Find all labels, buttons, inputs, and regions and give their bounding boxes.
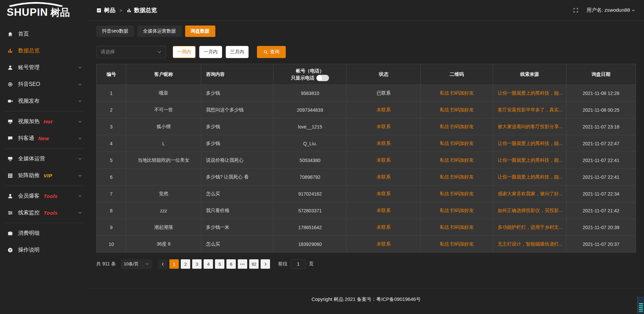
menu-label: 线索监控	[18, 209, 40, 216]
sidebar-item[interactable]: 账号管理	[0, 59, 88, 76]
cell-source-link[interactable]: 让你一眼就爱上的黑科技，能...	[493, 85, 566, 102]
table-header-row: 编号 客户昵称 咨询内容 帐号（电话） 只显示电话 状态 二维码 线索来源	[97, 64, 636, 85]
cell-date: 2021-11-08 12:28	[566, 85, 636, 102]
menu-label: 操作说明	[18, 247, 40, 254]
cell-no: 3	[97, 118, 126, 135]
cell-source-link[interactable]: 让你一眼就爱上的黑科技，能...	[493, 135, 566, 152]
tab[interactable]: 询盘数据	[185, 25, 215, 37]
table-row: 5 当地比较能吃的一位美女 说说价格让我死心 50534380 未联系 私信 扫…	[97, 152, 636, 169]
cell-content: 怎么买	[201, 236, 273, 253]
sidebar-item[interactable]: 操作说明	[0, 242, 88, 258]
chevron-down-icon	[78, 65, 82, 70]
page-button[interactable]: 3	[192, 259, 202, 269]
menu-label: 抖音SEO	[18, 81, 40, 88]
cell-source-link[interactable]: 让你一眼就爱上的黑科技，能...	[493, 169, 566, 186]
sidebar-item[interactable]: 视频发布	[0, 93, 88, 109]
cell-qrcode-link[interactable]: 私信 扫码加好友	[421, 186, 493, 202]
sidebar-item[interactable]: 数据总览	[0, 42, 88, 59]
cell-source-link[interactable]: 多功能护栏灯，适用于乡村文...	[493, 219, 566, 236]
page-size-select[interactable]: 10条/页	[121, 259, 152, 269]
cell-no: 5	[97, 152, 126, 169]
sidebar-item[interactable]: 视频加热 Hot	[0, 113, 88, 130]
page-button[interactable]: 1	[169, 259, 179, 269]
page-button[interactable]: 5	[215, 259, 224, 269]
menu-label: 视频加热	[18, 118, 40, 125]
floating-widget[interactable]	[637, 297, 644, 313]
cell-qrcode-link[interactable]: 私信 扫码加好友	[421, 236, 493, 253]
sidebar-item[interactable]: 抖音SEO	[0, 76, 88, 93]
cell-account: 2097344839	[273, 102, 347, 118]
menu-icon	[7, 136, 13, 141]
app-window: SHUPIN树品 首页 数据总览	[0, 0, 644, 314]
cell-nickname	[126, 169, 201, 186]
period-button[interactable]: 一月内	[199, 46, 222, 58]
chevron-down-icon	[78, 211, 82, 215]
tab[interactable]: 抖音seo数据	[96, 25, 134, 37]
col-header-no: 编号	[97, 64, 126, 85]
chevron-down-icon[interactable]	[631, 8, 635, 12]
logo-text-cn: 树品	[50, 7, 70, 18]
cell-status: 未联系	[347, 219, 421, 236]
cell-no: 2	[97, 102, 126, 118]
phone-only-label: 只显示电话	[291, 74, 314, 82]
cell-qrcode-link[interactable]: 私信 扫码加好友	[421, 152, 493, 169]
phone-only-row: 只显示电话	[273, 74, 346, 82]
search-icon	[263, 50, 268, 54]
period-button[interactable]: 一周内	[173, 46, 196, 58]
chevron-down-icon	[78, 173, 82, 178]
filter-select[interactable]: 请选择	[96, 46, 166, 58]
fullscreen-icon[interactable]	[573, 7, 579, 13]
menu-badge: Hot	[44, 119, 53, 124]
tab[interactable]: 全媒体运营数据	[138, 25, 182, 37]
cell-status: 未联系	[347, 135, 421, 152]
cell-nickname: L	[126, 135, 201, 152]
cell-qrcode-link[interactable]: 私信 扫码加好友	[421, 169, 493, 186]
username[interactable]: 用户名: zswodun88	[587, 7, 630, 13]
page-button[interactable]: 4	[204, 259, 213, 269]
cell-source-link[interactable]: 客厅安装投影半年多了，真实...	[493, 102, 566, 118]
total-count: 共 911 条	[96, 261, 116, 267]
cell-source-link[interactable]: 被大家追着问的客厅投影分享...	[493, 118, 566, 135]
sidebar-item[interactable]: 矩阵助推 VIP	[0, 167, 88, 184]
sidebar-item[interactable]: 首页	[0, 25, 88, 42]
goto-suffix: 页	[309, 261, 314, 267]
menu-badge: New	[38, 136, 49, 141]
page-button[interactable]: 6	[226, 259, 236, 269]
cell-qrcode-link[interactable]: 私信 扫码加好友	[421, 85, 493, 102]
sidebar-item[interactable]: 全媒体运营	[0, 150, 88, 167]
prev-page-button[interactable]	[158, 259, 167, 269]
cell-qrcode-link[interactable]: 私信 扫码加好友	[421, 118, 493, 135]
cell-source-link[interactable]: 让你一眼就爱上的黑科技，能...	[493, 152, 566, 169]
search-button[interactable]: 查询	[257, 46, 286, 58]
phone-only-toggle[interactable]	[316, 75, 329, 81]
sidebar-item[interactable]: 会员爆客 Tools	[0, 188, 88, 204]
cell-source-link[interactable]: 无主灯设计，智能磁吸轨道灯...	[493, 236, 566, 253]
period-button[interactable]: 三月内	[226, 46, 249, 58]
col-header-nickname: 客户昵称	[126, 64, 201, 85]
next-page-button[interactable]	[261, 259, 270, 269]
cell-source-link[interactable]: 感谢大家喜欢我家，被问了好...	[493, 186, 566, 202]
sidebar-item[interactable]: 消费明细	[0, 225, 88, 242]
cell-qrcode-link[interactable]: 私信 扫码加好友	[421, 219, 493, 236]
page-button[interactable]: 92	[249, 259, 259, 269]
breadcrumb: 树品 > 数据总览	[96, 6, 157, 14]
topbar: 树品 > 数据总览 用户名: zswodun88	[88, 0, 644, 21]
sidebar-item[interactable]: 线索监控 Tools	[0, 204, 88, 221]
goto-page-input[interactable]	[290, 259, 306, 269]
cell-date: 2021-11-07 23:18	[566, 118, 636, 135]
goto-label: 前往	[278, 261, 287, 267]
breadcrumb-root[interactable]: 树品	[104, 6, 115, 14]
cell-content: 怎么买	[201, 186, 273, 202]
page-button[interactable]: 2	[181, 259, 190, 269]
cell-qrcode-link[interactable]: 私信 扫码加好友	[421, 202, 493, 219]
logo[interactable]: SHUPIN树品	[0, 0, 88, 21]
cell-date: 2021-11-07 22:47	[566, 135, 636, 152]
cell-qrcode-link[interactable]: 私信 扫码加好友	[421, 135, 493, 152]
sidebar-item[interactable]: 抖客通 New	[0, 130, 88, 147]
menu-label: 首页	[18, 31, 29, 38]
cell-nickname: 觉然	[126, 186, 201, 202]
cell-source-link[interactable]: 如何正确选择投影仪，买投影...	[493, 202, 566, 219]
copyright-text: Copyright 树品 2021 备案号：粤ICP备09019646号	[312, 297, 421, 302]
page-button[interactable]: •••	[238, 259, 247, 269]
cell-qrcode-link[interactable]: 私信 扫码加好友	[421, 102, 493, 118]
